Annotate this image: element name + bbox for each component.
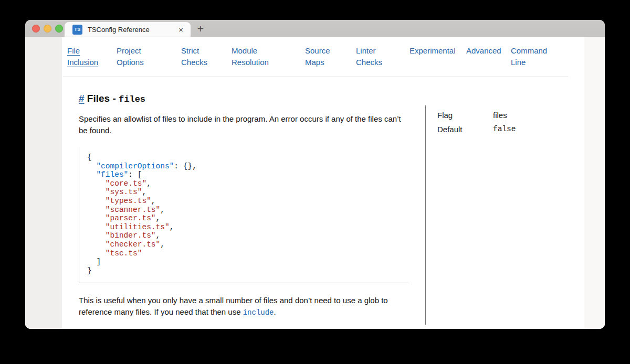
- code-line: {: [87, 153, 408, 162]
- option-note-text: This is useful when you only have a smal…: [79, 296, 388, 316]
- option-heading: # Files - files: [79, 93, 411, 104]
- code-line: "core.ts",: [87, 179, 408, 188]
- nav-link-source-maps[interactable]: Source Maps: [305, 45, 356, 68]
- option-heading-code: files: [119, 94, 145, 104]
- option-heading-text: Files -: [85, 93, 119, 104]
- nav-link-advanced[interactable]: Advanced: [466, 45, 511, 68]
- meta-row-flag: Flagfiles: [437, 108, 574, 122]
- zoom-window-button[interactable]: [55, 25, 63, 33]
- section-nav: File InclusionProject OptionsStrict Chec…: [67, 45, 547, 68]
- option-description: Specifies an allowlist of files to inclu…: [79, 113, 411, 136]
- code-line: "tsc.ts": [87, 249, 408, 258]
- new-tab-button[interactable]: +: [193, 22, 208, 35]
- code-line: "binder.ts",: [87, 231, 408, 240]
- code-line: "checker.ts",: [87, 240, 408, 249]
- desktop-background: { "colors": { "accent_blue": "#2c68a8", …: [0, 0, 630, 364]
- close-window-button[interactable]: [32, 25, 40, 33]
- code-line: "utilities.ts",: [87, 223, 408, 232]
- page-content: File InclusionProject OptionsStrict Chec…: [62, 37, 584, 329]
- code-line: "sys.ts",: [87, 188, 408, 197]
- option-meta-panel: FlagfilesDefaultfalse: [425, 105, 574, 325]
- code-line: "scanner.ts",: [87, 206, 408, 215]
- window-controls: [32, 25, 63, 33]
- meta-value: false: [493, 122, 574, 136]
- nav-divider: [63, 77, 568, 77]
- page-left-gutter: [25, 37, 62, 329]
- option-note-period: .: [274, 307, 276, 316]
- code-line: }: [87, 266, 408, 275]
- nav-link-project-options[interactable]: Project Options: [117, 45, 181, 68]
- meta-value: files: [493, 108, 574, 122]
- code-line: "files": [: [87, 170, 408, 179]
- meta-row-default: Defaultfalse: [437, 122, 574, 136]
- code-line: "compilerOptions": {},: [87, 162, 408, 171]
- anchor-link[interactable]: #: [79, 93, 85, 104]
- page-right-gutter: [584, 37, 605, 329]
- tab-close-icon[interactable]: ×: [177, 26, 184, 34]
- page-body: File InclusionProject OptionsStrict Chec…: [25, 37, 605, 329]
- browser-window: TS TSConfig Reference × + File Inclusion…: [25, 20, 605, 329]
- code-line: "types.ts",: [87, 197, 408, 206]
- nav-link-strict-checks[interactable]: Strict Checks: [181, 45, 232, 68]
- option-article: # Files - files Specifies an allowlist o…: [79, 93, 411, 318]
- nav-link-experimental[interactable]: Experimental: [410, 45, 466, 68]
- nav-link-file-inclusion[interactable]: File Inclusion: [67, 45, 117, 68]
- meta-label: Flag: [437, 108, 493, 122]
- nav-link-linter-checks[interactable]: Linter Checks: [356, 45, 410, 68]
- meta-label: Default: [437, 122, 493, 136]
- nav-link-module-resolution[interactable]: Module Resolution: [232, 45, 305, 68]
- code-block: { "compilerOptions": {}, "files": [ "cor…: [79, 147, 408, 283]
- tab-title: TSConfig Reference: [88, 26, 177, 34]
- active-tab[interactable]: TS TSConfig Reference ×: [65, 22, 191, 37]
- option-note: This is useful when you only have a smal…: [79, 295, 411, 318]
- minimize-window-button[interactable]: [44, 25, 51, 33]
- nav-link-command-line[interactable]: Command Line: [511, 45, 547, 68]
- code-line: ]: [87, 258, 408, 266]
- code-line: "parser.ts",: [87, 214, 408, 223]
- include-link[interactable]: include: [243, 308, 274, 317]
- typescript-favicon-icon: TS: [72, 25, 82, 35]
- browser-tab-bar: TS TSConfig Reference × +: [25, 20, 605, 37]
